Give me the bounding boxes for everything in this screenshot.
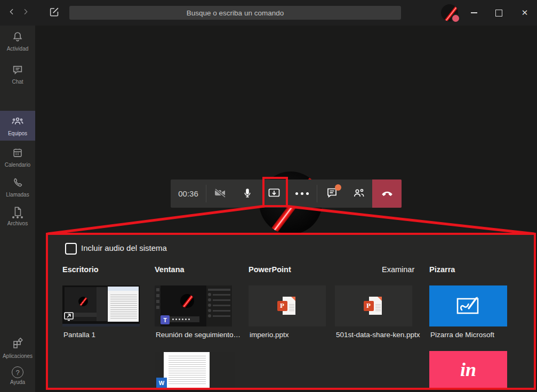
tile-label: Reunión de seguimiento ...	[156, 331, 241, 339]
close-icon: ✕	[522, 8, 528, 18]
sidebar-item-chat[interactable]: Chat	[0, 64, 35, 85]
section-title-ventana: Ventana	[155, 265, 185, 274]
document-thumbnail	[164, 352, 210, 388]
sidebar-item-label: Equipos	[8, 130, 27, 136]
invision-logo: in	[460, 360, 476, 379]
tile-label: imperio.pptx	[250, 331, 335, 339]
share-screen-button[interactable]	[261, 179, 287, 208]
share-screen-icon	[267, 186, 281, 201]
participants-button[interactable]	[346, 179, 372, 208]
window-thumbnail: T	[155, 285, 232, 326]
bell-icon	[12, 31, 23, 45]
call-control-bar: 00:36	[171, 179, 402, 208]
sidebar-item-label: Actividad	[7, 46, 29, 52]
tile-label: Pizarra de Microsoft	[430, 331, 516, 339]
minimize-button[interactable]	[462, 0, 486, 26]
system-audio-label: Incluir audio del sistema	[81, 243, 167, 252]
hang-up-icon	[380, 187, 395, 201]
teams-window: Busque o escriba un comando ✕ Actividad	[0, 0, 537, 392]
microphone-button[interactable]	[234, 179, 261, 208]
new-chat-button[interactable]	[47, 7, 62, 19]
ellipsis-icon	[295, 192, 309, 195]
tile-invision-freehand[interactable]: in	[429, 351, 507, 388]
camera-off-icon	[213, 186, 227, 201]
browse-link[interactable]: Examinar	[382, 265, 414, 274]
microphone-icon	[242, 186, 253, 201]
apps-grid-icon	[11, 337, 24, 352]
sidebar-item-label: Ayuda	[10, 379, 25, 385]
sidebar-item-label: Chat	[12, 79, 23, 85]
sidebar-item-label: Llamadas	[6, 192, 29, 198]
sidebar-item-llamadas[interactable]: Llamadas	[0, 177, 35, 198]
close-button[interactable]: ✕	[512, 0, 537, 26]
system-audio-checkbox[interactable]	[65, 243, 77, 255]
section-title-pizarra: Pizarra	[429, 265, 455, 274]
title-bar: Busque o escriba un comando ✕	[0, 0, 537, 26]
more-apps-button[interactable]	[0, 216, 35, 218]
section-title-powerpoint: PowerPoint	[249, 265, 291, 274]
teams-logo: T	[161, 315, 170, 324]
camera-off-button[interactable]	[206, 179, 234, 208]
app-rail: Actividad Chat Equipos	[0, 26, 35, 392]
call-timer: 00:36	[171, 179, 206, 208]
help-icon: ?	[12, 366, 23, 378]
presence-busy-badge	[451, 14, 460, 23]
chevron-left-icon	[7, 7, 16, 18]
back-button[interactable]	[5, 7, 18, 19]
tile-powerpoint-imperio[interactable]: P	[249, 285, 326, 326]
sidebar-item-label: Archivos	[7, 220, 28, 226]
sidebar-item-calendario[interactable]: Calendario	[0, 147, 35, 168]
sidebar-item-aplicaciones[interactable]: Aplicaciones	[0, 337, 35, 359]
hang-up-button[interactable]	[372, 179, 402, 208]
more-options-button[interactable]	[287, 179, 317, 208]
chat-bubble-icon	[12, 64, 23, 78]
tile-window-meeting[interactable]: T	[155, 285, 232, 326]
maximize-icon	[495, 10, 502, 17]
screen-share-overlay-icon	[63, 311, 76, 324]
sidebar-item-label: Aplicaciones	[3, 353, 33, 359]
meeting-chat-button[interactable]	[317, 179, 346, 208]
phone-icon	[12, 177, 23, 191]
participants-icon	[352, 186, 366, 201]
tile-powerpoint-501st[interactable]: P	[335, 285, 412, 326]
calendar-icon	[12, 147, 23, 161]
chevron-right-icon	[21, 7, 30, 18]
forward-button[interactable]	[19, 7, 32, 19]
teams-people-icon	[11, 116, 24, 129]
ellipsis-icon	[12, 216, 14, 218]
tile-window-word-document[interactable]: W	[155, 352, 235, 388]
powerpoint-file-icon: P	[276, 296, 299, 317]
word-icon: W	[156, 378, 167, 388]
sidebar-item-actividad[interactable]: Actividad	[0, 31, 35, 52]
screen-thumbnail	[62, 285, 140, 326]
tile-label: Pantalla 1	[63, 331, 149, 339]
chat-notification-badge	[335, 184, 341, 191]
sidebar-item-equipos[interactable]: Equipos	[0, 111, 35, 141]
compose-icon	[49, 6, 60, 20]
section-title-escritorio: Escritorio	[62, 265, 99, 274]
sidebar-item-label: Calendario	[5, 162, 30, 168]
powerpoint-file-icon: P	[363, 296, 385, 317]
whiteboard-icon	[454, 295, 482, 318]
maximize-button[interactable]	[486, 0, 511, 26]
tile-label: 501st-data-share-ken.pptx	[336, 331, 432, 339]
tile-microsoft-whiteboard[interactable]	[429, 285, 507, 326]
tile-screen-1[interactable]	[62, 285, 140, 326]
minimize-icon	[471, 12, 477, 13]
share-tray-panel: Incluir audio del sistema Escritorio Ven…	[46, 233, 536, 390]
sidebar-item-ayuda[interactable]: ? Ayuda	[0, 366, 35, 385]
search-input[interactable]: Busque o escriba un comando	[69, 6, 401, 20]
